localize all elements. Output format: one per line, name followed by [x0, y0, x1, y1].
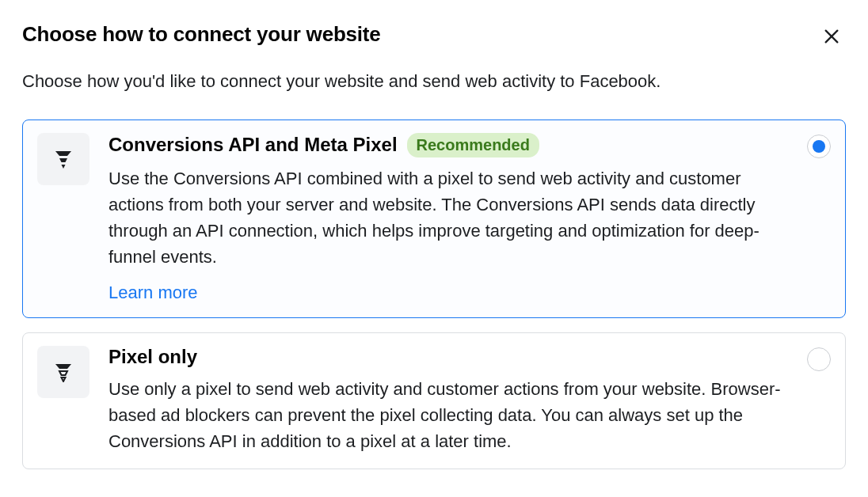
option-pixel-only[interactable]: Pixel only Use only a pixel to send web …: [22, 332, 846, 469]
funnel-icon: [53, 362, 74, 382]
radio-inner: [813, 140, 825, 153]
dialog-title: Choose how to connect your website: [22, 22, 381, 47]
option-content: Pixel only Use only a pixel to send web …: [108, 346, 831, 454]
close-icon: [823, 28, 840, 45]
svg-marker-3: [59, 158, 67, 162]
funnel-icon: [53, 149, 74, 169]
option-description: Use the Conversions API combined with a …: [108, 165, 791, 270]
recommended-badge: Recommended: [407, 133, 539, 157]
svg-marker-7: [62, 377, 66, 381]
learn-more-link[interactable]: Learn more: [108, 283, 198, 303]
option-icon-box: [37, 346, 89, 398]
dialog-header: Choose how to connect your website: [22, 22, 846, 51]
option-title: Conversions API and Meta Pixel: [108, 134, 398, 156]
radio-button[interactable]: [807, 347, 831, 371]
option-title: Pixel only: [108, 346, 197, 368]
radio-button[interactable]: [807, 135, 831, 158]
close-button[interactable]: [817, 22, 846, 51]
option-title-row: Conversions API and Meta Pixel Recommend…: [108, 133, 791, 157]
option-content: Conversions API and Meta Pixel Recommend…: [108, 133, 831, 303]
svg-marker-6: [59, 371, 67, 375]
option-description: Use only a pixel to send web activity an…: [108, 376, 791, 454]
svg-marker-4: [62, 165, 66, 169]
option-title-row: Pixel only: [108, 346, 791, 368]
option-conversions-api-pixel[interactable]: Conversions API and Meta Pixel Recommend…: [22, 120, 846, 318]
dialog-subtitle: Choose how you'd like to connect your we…: [22, 70, 846, 94]
svg-marker-5: [55, 364, 71, 369]
option-icon-box: [37, 133, 89, 185]
svg-marker-2: [55, 151, 71, 156]
